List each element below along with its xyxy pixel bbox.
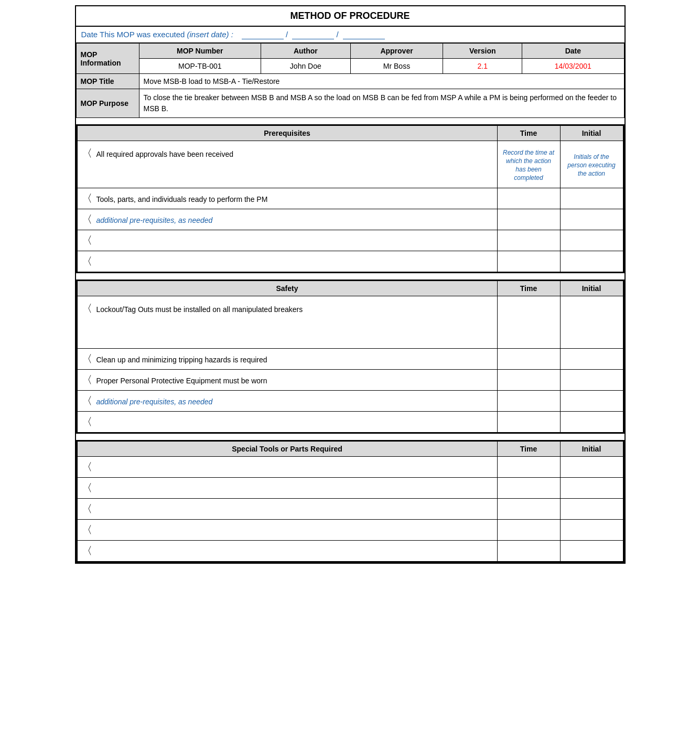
safety-item-2: 〈Proper Personal Protective Equipment mu… <box>77 370 497 391</box>
special-tools-row: 〈 <box>77 541 623 562</box>
prerequisites-row: 〈All required approvals have been receiv… <box>77 141 623 188</box>
mop-number-value: MOP-TB-001 <box>139 59 261 74</box>
safety-time-3 <box>497 391 560 412</box>
mop-purpose-label: MOP Purpose <box>76 89 139 118</box>
prerequisites-initial-header: Initial <box>560 126 623 141</box>
bracket-icon: 〈 <box>82 192 92 204</box>
special-tools-initial-2 <box>560 499 623 520</box>
safety-table: Safety Time Initial 〈Lockout/Tag Outs mu… <box>77 281 623 433</box>
date-blank-2[interactable] <box>292 30 334 39</box>
prerequisites-item-4: 〈 <box>77 251 497 272</box>
safety-row: 〈Lockout/Tag Outs must be installed on a… <box>77 296 623 349</box>
special-tools-item-3: 〈 <box>77 520 497 541</box>
safety-time-0 <box>497 296 560 349</box>
date-blank-3[interactable] <box>343 30 385 39</box>
approver-header: Approver <box>350 44 443 59</box>
special-tools-row: 〈 <box>77 478 623 499</box>
mop-title-label: MOP Title <box>76 74 139 89</box>
safety-row: 〈Clean up and minimizing tripping hazard… <box>77 349 623 370</box>
date-italic: (insert date) : <box>187 30 233 39</box>
prerequisites-row: 〈additional pre-requisites, as needed <box>77 209 623 230</box>
prerequisites-time-1 <box>497 188 560 209</box>
bracket-icon: 〈 <box>82 374 92 385</box>
bracket-icon: 〈 <box>82 395 92 406</box>
bracket-icon: 〈 <box>82 255 92 267</box>
prerequisites-initial-1 <box>560 188 623 209</box>
safety-row: 〈additional pre-requisites, as needed <box>77 391 623 412</box>
prerequisites-time-2 <box>497 209 560 230</box>
special-tools-row: 〈 <box>77 520 623 541</box>
special-tools-initial-1 <box>560 478 623 499</box>
version-value: 2.1 <box>443 59 522 74</box>
bracket-icon: 〈 <box>82 545 92 556</box>
prerequisites-row: 〈 <box>77 251 623 272</box>
safety-item-3: 〈additional pre-requisites, as needed <box>77 391 497 412</box>
special-tools-time-4 <box>497 541 560 562</box>
safety-initial-2 <box>560 370 623 391</box>
special-tools-item-1: 〈 <box>77 478 497 499</box>
safety-time-1 <box>497 349 560 370</box>
special-tools-time-1 <box>497 478 560 499</box>
author-header: Author <box>261 44 351 59</box>
special-tools-time-2 <box>497 499 560 520</box>
prerequisites-item-3: 〈 <box>77 230 497 251</box>
bracket-icon: 〈 <box>82 482 92 493</box>
version-header: Version <box>443 44 522 59</box>
prerequisites-row: 〈Tools, parts, and individuals ready to … <box>77 188 623 209</box>
special-tools-initial-0 <box>560 457 623 478</box>
special-tools-row: 〈 <box>77 499 623 520</box>
bracket-icon: 〈 <box>82 461 92 472</box>
page-title: METHOD OF PROCEDURE <box>76 6 624 27</box>
safety-initial-4 <box>560 412 623 433</box>
approver-value: Mr Boss <box>350 59 443 74</box>
safety-row: 〈Proper Personal Protective Equipment mu… <box>77 370 623 391</box>
special-tools-time-header: Time <box>497 442 560 457</box>
safety-initial-1 <box>560 349 623 370</box>
prerequisites-section: Prerequisites Time Initial 〈All required… <box>76 124 624 273</box>
safety-initial-0 <box>560 296 623 349</box>
special-tools-header: Special Tools or Parts Required <box>77 442 497 457</box>
safety-item-0: 〈Lockout/Tag Outs must be installed on a… <box>77 296 497 349</box>
prerequisites-item-1: 〈Tools, parts, and individuals ready to … <box>77 188 497 209</box>
prerequisites-time-3 <box>497 230 560 251</box>
special-tools-item-0: 〈 <box>77 457 497 478</box>
special-tools-item-4: 〈 <box>77 541 497 562</box>
safety-item-4: 〈 <box>77 412 497 433</box>
special-tools-section: Special Tools or Parts Required Time Ini… <box>76 440 624 563</box>
prerequisites-initial-3 <box>560 230 623 251</box>
prerequisites-initial-4 <box>560 251 623 272</box>
date-header: Date <box>522 44 624 59</box>
prerequisites-header: Prerequisites <box>77 126 497 141</box>
bracket-icon: 〈 <box>82 524 92 535</box>
date-blanks: / / <box>240 30 387 39</box>
safety-time-header: Time <box>497 281 560 296</box>
safety-row: 〈 <box>77 412 623 433</box>
safety-item-1: 〈Clean up and minimizing tripping hazard… <box>77 349 497 370</box>
safety-time-2 <box>497 370 560 391</box>
special-tools-initial-3 <box>560 520 623 541</box>
prerequisites-time-4 <box>497 251 560 272</box>
bracket-icon: 〈 <box>82 303 92 314</box>
special-tools-time-3 <box>497 520 560 541</box>
prerequisites-table: Prerequisites Time Initial 〈All required… <box>77 125 623 272</box>
special-tools-table: Special Tools or Parts Required Time Ini… <box>77 441 623 562</box>
safety-header: Safety <box>77 281 497 296</box>
prerequisites-item-2: 〈additional pre-requisites, as needed <box>77 209 497 230</box>
prerequisites-initial-0: Initials of the person executing the act… <box>560 141 623 188</box>
safety-initial-3 <box>560 391 623 412</box>
prerequisites-time-header: Time <box>497 126 560 141</box>
mop-title-value: Move MSB-B load to MSB-A - Tie/Restore <box>139 74 624 89</box>
prerequisites-row: 〈 <box>77 230 623 251</box>
date-value: 14/03/2001 <box>522 59 624 74</box>
prerequisites-time-0: Record the time at which the action has … <box>497 141 560 188</box>
special-tools-initial-header: Initial <box>560 442 623 457</box>
bracket-icon: 〈 <box>82 213 92 225</box>
mop-purpose-value: To close the tie breaker between MSB B a… <box>139 89 624 118</box>
bracket-icon: 〈 <box>82 503 92 514</box>
mop-info-label: MOP Information <box>76 44 139 74</box>
date-blank-1[interactable] <box>242 30 284 39</box>
prerequisites-initial-2 <box>560 209 623 230</box>
safety-time-4 <box>497 412 560 433</box>
special-tools-row: 〈 <box>77 457 623 478</box>
prerequisites-item-0: 〈All required approvals have been receiv… <box>77 141 497 188</box>
